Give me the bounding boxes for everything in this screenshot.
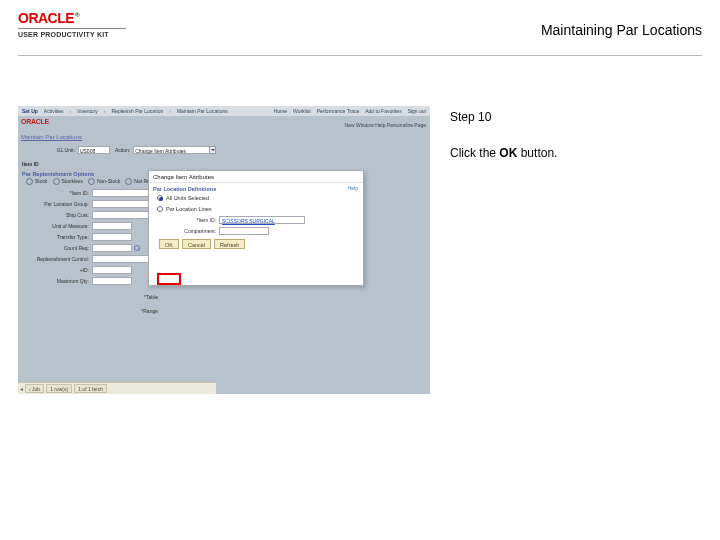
app-userline: New Window Help Personalize Page — [345, 122, 426, 128]
status-bar: ◂ ‹ Job 1 row(s) 1 of 1 fetch — [18, 382, 216, 394]
count-req-input[interactable] — [92, 244, 132, 252]
oracle-logo: ORACLE — [18, 10, 126, 26]
instruction-panel: Step 10 Click the OK button. — [450, 106, 557, 394]
status-seg-job[interactable]: ‹ Job — [25, 384, 44, 393]
field-label: Ship Cust: — [20, 212, 92, 218]
radio-par-lines-label: Par Location Lines — [166, 206, 212, 212]
radio-par-lines[interactable] — [157, 206, 163, 212]
id-input[interactable] — [92, 266, 132, 274]
brand-divider — [18, 28, 126, 29]
back-arrow-icon[interactable]: ◂ — [20, 385, 23, 392]
app-topbar: Set Up Activities› Inventory› Replenish … — [18, 106, 430, 116]
field-label: Unit of Measure: — [20, 223, 92, 229]
max-qty-input[interactable] — [92, 277, 132, 285]
under-label: *Table — [108, 294, 158, 300]
uom-input[interactable] — [92, 222, 132, 230]
gl-unit-input[interactable]: US008 — [78, 146, 110, 154]
field-label: +ID: — [20, 267, 92, 273]
section-header: Maintain Par Locations — [21, 134, 82, 140]
transfer-type-input[interactable] — [92, 233, 132, 241]
dialog-item-id-label: *Item ID: — [149, 217, 219, 223]
field-label: Maximum Qty: — [20, 278, 92, 284]
under-labels: *Table *Range — [108, 292, 158, 316]
radio-all-units[interactable] — [157, 195, 163, 201]
step-text-after: button. — [517, 146, 557, 160]
brand-subtitle: USER PRODUCTIVITY KIT — [18, 31, 126, 38]
status-seg-rows: 1 row(s) — [46, 384, 72, 393]
dialog-title: Change Item Attributes — [149, 171, 363, 183]
refresh-button[interactable]: Refresh — [214, 239, 245, 249]
item-id-label: Item ID — [20, 161, 42, 167]
step-text: Click the OK button. — [450, 146, 557, 160]
step-text-before: Click the — [450, 146, 499, 160]
change-item-attributes-dialog: Change Item Attributes Help Par Location… — [148, 170, 364, 286]
under-label: *Range — [108, 308, 158, 314]
radio-stock[interactable]: Stock — [26, 178, 48, 185]
nav-signout[interactable]: Sign out — [408, 108, 426, 114]
breadcrumb[interactable]: Replenish Par Location — [112, 108, 164, 114]
field-label: Transfer Type: — [20, 234, 92, 240]
dialog-help-link[interactable]: Help — [348, 185, 358, 191]
action-label: Action: — [110, 147, 133, 153]
document-header: ORACLE USER PRODUCTIVITY KIT Maintaining… — [18, 0, 702, 56]
brand-block: ORACLE USER PRODUCTIVITY KIT — [18, 10, 126, 38]
menu-root[interactable]: Set Up — [22, 108, 38, 114]
nav-favorites[interactable]: Add to Favorites — [365, 108, 401, 114]
app-screenshot: Set Up Activities› Inventory› Replenish … — [18, 106, 430, 394]
radio-nonstock[interactable]: Non-Stock — [88, 178, 120, 185]
dialog-item-id-link[interactable]: SCISSORS SURGICAL — [219, 216, 305, 224]
breadcrumb[interactable]: Maintain Par Locations — [177, 108, 228, 114]
page-title: Maintaining Par Locations — [541, 22, 702, 38]
chevron-down-icon[interactable] — [209, 146, 216, 154]
step-label: Step 10 — [450, 110, 557, 124]
radio-all-units-label: All Units Selected — [166, 195, 209, 201]
action-select[interactable]: Change Item Attributes — [133, 146, 210, 154]
nav-perf-trace[interactable]: Performance Trace — [317, 108, 360, 114]
cancel-button[interactable]: Cancel — [182, 239, 211, 249]
dialog-compartment-input[interactable] — [219, 227, 269, 235]
status-seg-fetch: 1 of 1 fetch — [74, 384, 107, 393]
field-label: Replenishment Control: — [20, 256, 92, 262]
field-label: Par Location Group: — [20, 201, 92, 207]
field-label: *Item ID: — [20, 190, 92, 196]
breadcrumb[interactable]: Activities — [44, 108, 64, 114]
nav-home[interactable]: Home — [274, 108, 287, 114]
dialog-subheader: Par Location Definitions — [149, 183, 363, 192]
field-label: Count Req: — [20, 245, 92, 251]
ok-button[interactable]: OK — [159, 239, 179, 249]
app-oracle-logo: ORACLE — [21, 118, 49, 125]
radio-stockless[interactable]: Stockless — [53, 178, 83, 185]
nav-worklist[interactable]: Worklist — [293, 108, 311, 114]
gl-unit-label: GL Unit: — [20, 147, 78, 153]
dialog-compartment-label: Compartment: — [149, 228, 219, 234]
breadcrumb[interactable]: Inventory — [77, 108, 98, 114]
search-icon[interactable] — [133, 244, 141, 252]
highlight-ok — [157, 273, 181, 285]
step-text-bold: OK — [499, 146, 517, 160]
